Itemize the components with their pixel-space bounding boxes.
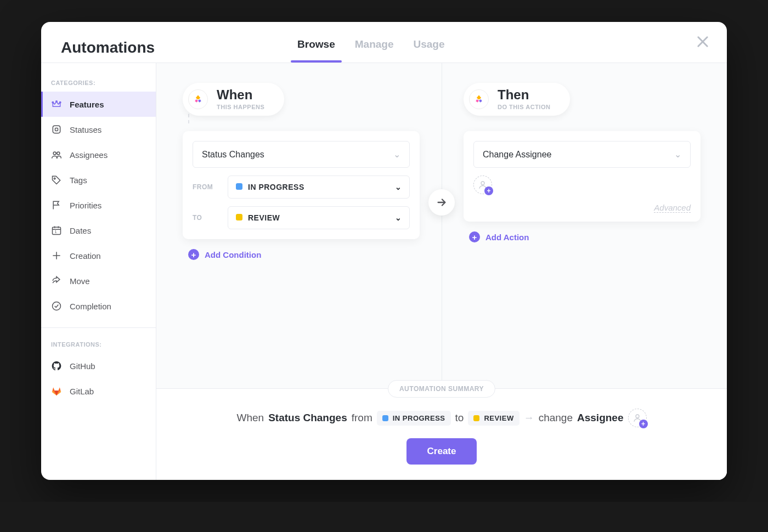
- summary-from-word: from: [352, 412, 372, 424]
- status-color-dot: [236, 183, 242, 190]
- categories-heading: CATEGORIES:: [41, 75, 156, 92]
- summary-assignee-picker[interactable]: +: [628, 409, 647, 427]
- chevron-down-icon: ⌄: [395, 183, 402, 191]
- sidebar-item-gitlab[interactable]: GitLab: [41, 378, 156, 404]
- to-row: TO REVIEW ⌄: [193, 206, 410, 229]
- to-status-select[interactable]: REVIEW ⌄: [228, 206, 410, 229]
- sidebar-item-tags[interactable]: Tags: [41, 167, 156, 193]
- tag-icon: [51, 174, 62, 185]
- sidebar-item-label: Completion: [70, 302, 111, 311]
- plus-circle-icon: +: [188, 249, 199, 260]
- sidebar-item-label: Priorities: [70, 201, 101, 210]
- clickup-logo-icon: [188, 89, 208, 109]
- action-value: Change Assignee: [483, 150, 551, 160]
- vertical-divider: [442, 63, 442, 388]
- gitlab-icon: [51, 386, 62, 397]
- tabs: Browse Manage Usage: [297, 33, 444, 63]
- flag-icon: [51, 200, 62, 211]
- svg-rect-6: [55, 128, 58, 131]
- summary-when: When: [236, 412, 264, 424]
- svg-point-12: [53, 302, 61, 310]
- svg-point-14: [636, 415, 639, 418]
- calendar-icon: 1: [51, 225, 62, 236]
- add-condition-button[interactable]: + Add Condition: [188, 249, 420, 260]
- clickup-logo-icon: [469, 89, 489, 109]
- summary-from-status: IN PROGRESS: [393, 414, 445, 422]
- arrow-right-icon: [428, 189, 455, 216]
- svg-point-9: [54, 178, 55, 179]
- then-title: Then: [498, 88, 550, 101]
- trigger-card: Status Changes ⌄ FROM IN PROGRESS ⌄ TO: [183, 131, 420, 239]
- plus-circle-icon: +: [469, 231, 480, 242]
- summary-to-word: to: [455, 412, 464, 424]
- chevron-down-icon: ⌄: [393, 149, 400, 160]
- github-icon: [51, 360, 62, 371]
- summary-section: AUTOMATION SUMMARY When Status Changes f…: [156, 388, 727, 480]
- sidebar-item-label: GitLab: [70, 387, 94, 396]
- to-label: TO: [193, 214, 220, 222]
- sidebar-item-priorities[interactable]: Priorities: [41, 193, 156, 218]
- advanced-link[interactable]: Advanced: [654, 203, 691, 213]
- sidebar-item-assignees[interactable]: Assignees: [41, 142, 156, 167]
- check-circle-icon: [51, 301, 62, 312]
- when-column: When THIS HAPPENS Status Changes ⌄ FROM: [183, 83, 420, 375]
- arrow-right-icon: →: [524, 412, 534, 424]
- modal-header: Automations Browse Manage Usage: [41, 22, 727, 63]
- sidebar-item-label: Features: [70, 100, 104, 109]
- to-status-value: REVIEW: [248, 213, 280, 222]
- close-icon[interactable]: [695, 34, 710, 49]
- from-status-select[interactable]: IN PROGRESS ⌄: [228, 176, 410, 199]
- modal-body: CATEGORIES: Features Statuses Assignees …: [41, 63, 727, 480]
- summary-badge: AUTOMATION SUMMARY: [388, 380, 495, 398]
- sidebar-separator: [41, 327, 156, 328]
- summary-target: Assignee: [577, 412, 623, 424]
- create-button[interactable]: Create: [406, 438, 477, 465]
- when-subtitle: THIS HAPPENS: [217, 104, 264, 110]
- sidebar-item-label: Move: [70, 276, 90, 286]
- tab-manage[interactable]: Manage: [355, 33, 394, 63]
- svg-point-13: [481, 182, 484, 185]
- status-icon: [51, 124, 62, 135]
- then-column: Then DO THIS ACTION Change Assignee ⌄: [464, 83, 701, 375]
- plus-badge-icon: +: [484, 186, 493, 195]
- add-condition-label: Add Condition: [205, 250, 261, 259]
- from-status-value: IN PROGRESS: [248, 183, 304, 191]
- summary-from-pill: IN PROGRESS: [377, 411, 451, 426]
- main-panel: When THIS HAPPENS Status Changes ⌄ FROM: [156, 63, 727, 480]
- add-action-label: Add Action: [485, 233, 529, 242]
- status-color-dot: [236, 214, 242, 220]
- sidebar-item-move[interactable]: Move: [41, 268, 156, 293]
- add-action-button[interactable]: + Add Action: [469, 231, 701, 242]
- assignee-picker[interactable]: +: [473, 176, 492, 194]
- sidebar-item-label: GitHub: [70, 361, 95, 371]
- sidebar-item-completion[interactable]: Completion: [41, 293, 156, 319]
- from-label: FROM: [193, 183, 220, 191]
- sidebar-item-features[interactable]: Features: [41, 92, 156, 117]
- integrations-heading: INTEGRATIONS:: [41, 337, 156, 353]
- chevron-down-icon: ⌄: [395, 213, 402, 222]
- chevron-down-icon: ⌄: [674, 149, 681, 160]
- then-subtitle: DO THIS ACTION: [498, 104, 550, 110]
- then-header: Then DO THIS ACTION: [464, 83, 570, 116]
- action-select[interactable]: Change Assignee ⌄: [473, 141, 691, 168]
- sidebar-item-label: Tags: [70, 176, 87, 185]
- action-card: Change Assignee ⌄ + Advanced: [464, 131, 701, 222]
- sidebar-item-label: Statuses: [70, 125, 101, 134]
- svg-rect-5: [53, 126, 60, 133]
- automation-builder: When THIS HAPPENS Status Changes ⌄ FROM: [156, 63, 727, 388]
- svg-point-7: [53, 152, 56, 155]
- sidebar-item-creation[interactable]: Creation: [41, 243, 156, 268]
- plus-icon: [51, 250, 62, 261]
- crown-icon: [51, 99, 62, 110]
- summary-to-pill: REVIEW: [468, 411, 519, 426]
- from-row: FROM IN PROGRESS ⌄: [193, 176, 410, 199]
- tab-usage[interactable]: Usage: [414, 33, 445, 63]
- sidebar: CATEGORIES: Features Statuses Assignees …: [41, 63, 156, 480]
- trigger-select[interactable]: Status Changes ⌄: [193, 141, 410, 168]
- sidebar-item-statuses[interactable]: Statuses: [41, 117, 156, 142]
- sidebar-item-dates[interactable]: 1 Dates: [41, 218, 156, 243]
- people-icon: [51, 149, 62, 160]
- tab-browse[interactable]: Browse: [297, 33, 335, 63]
- summary-sentence: When Status Changes from IN PROGRESS to …: [236, 409, 646, 427]
- sidebar-item-github[interactable]: GitHub: [41, 353, 156, 378]
